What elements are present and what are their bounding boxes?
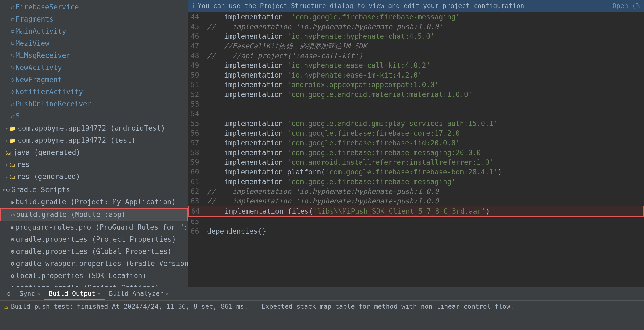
sidebar-item-gradle-wrapper-properties[interactable]: ⚙ gradle-wrapper.properties (Gradle Vers…: [0, 258, 188, 270]
sidebar-item-firebaseservice[interactable]: © FirebaseService: [0, 1, 188, 13]
sidebar-item-pushonlinereceiver[interactable]: © PushOnlineReceiver: [0, 98, 188, 110]
line-number: 61: [188, 177, 204, 187]
expand-icon: ▸: [5, 125, 8, 132]
expand-icon: ▸: [5, 161, 8, 168]
expand-icon: ▸: [5, 173, 8, 180]
sidebar-item-notifieractivity[interactable]: © NotifierActivity: [0, 86, 188, 98]
tab-label: Build Analyzer: [109, 290, 163, 297]
line-content: //EaseCallKit依赖，必须添加环信IM SDK: [204, 41, 644, 51]
tab-close-build-analyzer[interactable]: ✕: [166, 291, 169, 296]
folder-icon: 🗂: [9, 172, 15, 181]
sidebar-item-test[interactable]: ▸ 📁 com.appbyme.app194772 (test): [0, 134, 188, 146]
code-line-51: 51 implementation 'androidx.appcompat:ap…: [188, 80, 644, 90]
line-number: 63: [188, 196, 204, 206]
line-content: [204, 99, 644, 109]
expand-icon: ▾: [2, 186, 5, 194]
sidebar-item-meziview[interactable]: © MeziView: [0, 37, 188, 50]
main-container: © FirebaseService © Fragments © MainActi…: [0, 0, 644, 287]
line-content: // implementation 'io.hyphenate:hyphenat…: [204, 196, 644, 206]
gradle-icon: ⚙: [11, 247, 14, 256]
gradle-icon: ⚙: [11, 235, 14, 244]
sidebar-item-res-generated[interactable]: ▸ 🗂 res (generated): [0, 171, 188, 183]
line-content: implementation 'com.google.android.mater…: [204, 90, 644, 99]
info-bar-content: ℹ You can use the Project Structure dial…: [193, 2, 524, 10]
sidebar-item-fragments[interactable]: © Fragments: [0, 13, 188, 25]
sidebar-item-label: gradle.properties (Global Properties): [16, 246, 172, 257]
tab-build-analyzer[interactable]: Build Analyzer ✕: [105, 288, 173, 300]
line-number: 46: [188, 31, 204, 41]
sidebar-item-label: proguard-rules.pro (ProGuard Rules for "…: [15, 222, 188, 233]
class-icon: ©: [11, 76, 14, 84]
line-number: 47: [188, 41, 204, 51]
gradle-icon: ⚙: [11, 259, 14, 268]
line-number: 45: [188, 22, 204, 31]
sidebar-item-build-gradle-app[interactable]: ⚙ build.gradle (Module :app): [0, 208, 188, 221]
sidebar-item-res[interactable]: ▸ 🗂 res: [0, 159, 188, 171]
code-line-55: 55 implementation 'com.google.android.gm…: [188, 119, 644, 128]
class-icon: ©: [11, 88, 14, 96]
code-line-46: 46 implementation 'io.hyphenate:hyphenat…: [188, 31, 644, 41]
line-content: implementation 'com.google.firebase:fire…: [204, 177, 644, 187]
tab-build-output[interactable]: Build Output ✕: [44, 288, 105, 300]
build-line-right: Expected stack map table for method with…: [261, 303, 514, 310]
sidebar-item-label: Fragments: [16, 14, 54, 24]
code-line-61: 61 implementation 'com.google.firebase:f…: [188, 177, 644, 187]
line-number: 55: [188, 119, 204, 128]
sidebar-item-build-gradle-project[interactable]: ⚙ build.gradle (Project: My_Application): [0, 196, 188, 208]
line-content: implementation 'androidx.appcompat:appco…: [204, 80, 644, 90]
line-number: 52: [188, 90, 204, 99]
line-content: [204, 109, 644, 119]
line-number: 59: [188, 157, 204, 167]
sidebar-item-mimsgreceiver[interactable]: © MiMsgReceiver: [0, 50, 188, 62]
sidebar-item-local-properties[interactable]: ⚙ local.properties (SDK Location): [0, 270, 188, 282]
class-icon: ©: [11, 52, 14, 60]
tab-label: Sync: [19, 290, 35, 297]
sidebar-item-proguard-rules[interactable]: ≡ proguard-rules.pro (ProGuard Rules for…: [0, 221, 188, 233]
line-number: 49: [188, 61, 204, 70]
sidebar-item-newacitivty[interactable]: © NewAcitivty: [0, 62, 188, 74]
tab-close-build-output[interactable]: ✕: [97, 291, 100, 296]
code-line-48: 48 // //api project(':ease-call-kit'): [188, 51, 644, 61]
code-line-47: 47 //EaseCallKit依赖，必须添加环信IM SDK: [188, 41, 644, 51]
sidebar-item-s[interactable]: © S: [0, 110, 188, 122]
sidebar-item-label-detail: gradle-wrapper.properties (Gradle Versio…: [16, 258, 188, 269]
line-number: 62: [188, 187, 204, 196]
sidebar-item-java-generated[interactable]: 🗂 java (generated): [0, 146, 188, 159]
sidebar-item-label: build.gradle (Project: My_Application): [16, 197, 176, 207]
code-line-52: 52 implementation 'com.google.android.ma…: [188, 90, 644, 99]
proguard-icon: ≡: [11, 224, 14, 231]
tab-build-id[interactable]: d: [3, 288, 15, 300]
gradle-icon: ⚙: [11, 211, 15, 219]
code-line-65: 65: [188, 217, 644, 226]
code-editor[interactable]: 44 implementation 'com.google.firebase:f…: [188, 12, 644, 287]
sidebar-item-newfragment[interactable]: © NewFragment: [0, 74, 188, 86]
info-icon: ℹ: [193, 2, 195, 10]
line-number: 57: [188, 138, 204, 148]
sidebar-item-label: NewAcitivty: [16, 62, 62, 73]
file-tree-sidebar: © FirebaseService © Fragments © MainActi…: [0, 0, 188, 287]
folder-icon: 🗂: [5, 148, 11, 157]
line-content: implementation 'com.google.firebase:fire…: [204, 12, 644, 22]
tab-sync[interactable]: Sync ✕: [15, 288, 44, 300]
sidebar-item-settings-gradle[interactable]: ⚙ settings.gradle (Project Settings): [0, 282, 188, 287]
line-number: 53: [188, 99, 204, 109]
sidebar-item-androidtest[interactable]: ▸ 📁 com.appbyme.app194772 (androidTest): [0, 122, 188, 134]
code-line-60: 60 implementation platform('com.google.f…: [188, 167, 644, 177]
tab-close-sync[interactable]: ✕: [37, 291, 40, 296]
sidebar-item-label: com.appbyme.app194772 (androidTest): [18, 123, 165, 134]
line-number: 48: [188, 51, 204, 61]
right-panel: ℹ You can use the Project Structure dial…: [188, 0, 644, 287]
open-button[interactable]: Open (%: [613, 2, 640, 10]
sidebar-item-gradle-properties-project[interactable]: ⚙ gradle.properties (Project Properties): [0, 233, 188, 245]
code-line-44: 44 implementation 'com.google.firebase:f…: [188, 12, 644, 22]
line-content: dependencies{}: [204, 226, 644, 236]
gradle-icon: ⚙: [11, 198, 14, 206]
sidebar-item-gradle-properties-global[interactable]: ⚙ gradle.properties (Global Properties): [0, 245, 188, 258]
sidebar-item-mainactivity[interactable]: © MainActivity: [0, 25, 188, 37]
expand-icon: ▸: [5, 137, 8, 144]
sidebar-item-gradle-scripts[interactable]: ▾ ⚙ Gradle Scripts: [0, 184, 188, 196]
code-line-63: 63 // implementation 'io.hyphenate:hyphe…: [188, 196, 644, 206]
line-content: implementation 'com.google.firebase:fire…: [204, 138, 644, 148]
sidebar-item-label: res: [17, 159, 30, 170]
class-icon: ©: [11, 64, 14, 72]
